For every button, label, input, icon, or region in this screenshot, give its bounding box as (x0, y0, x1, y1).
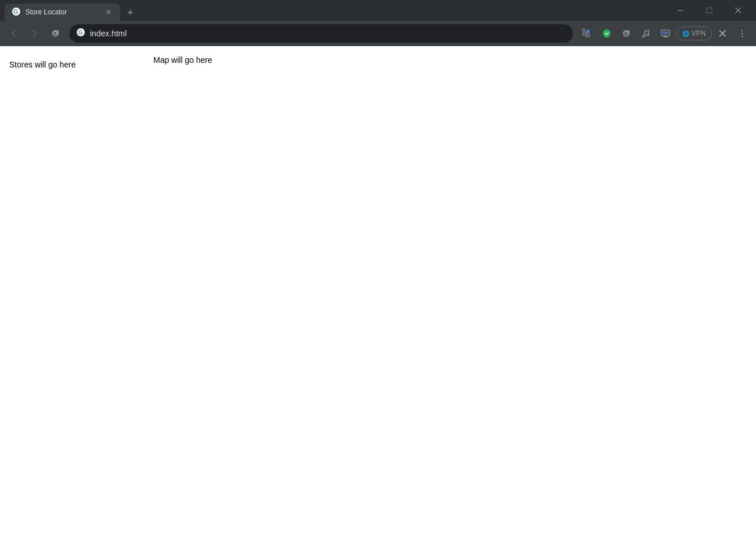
svg-rect-16 (663, 32, 668, 35)
svg-rect-3 (706, 7, 712, 13)
address-url: index.html (90, 29, 566, 38)
stores-placeholder-text: Stores will go here (9, 60, 135, 69)
tab-favicon: G (12, 7, 21, 18)
map-area: Map will go here (144, 46, 756, 538)
svg-rect-9 (586, 30, 589, 33)
address-favicon: G (76, 28, 85, 39)
svg-text:G: G (78, 29, 83, 36)
close-button[interactable] (725, 0, 751, 21)
forward-button[interactable] (25, 24, 44, 43)
back-button[interactable] (5, 24, 23, 43)
reload-button[interactable] (46, 24, 65, 43)
svg-rect-2 (678, 10, 683, 11)
shield-button[interactable] (597, 24, 616, 43)
window-controls (667, 0, 751, 21)
music-button[interactable] (637, 24, 655, 43)
new-tab-button[interactable]: + (122, 5, 138, 21)
svg-text:G: G (13, 8, 18, 15)
vpn-button[interactable]: 🌐 VPN (676, 27, 712, 40)
toolbar: G index.html (0, 21, 756, 46)
svg-point-12 (643, 35, 645, 37)
menu-button[interactable] (733, 24, 751, 43)
browser-window: G Store Locator ✕ + (0, 0, 756, 538)
svg-point-21 (742, 36, 743, 37)
restore-button[interactable] (696, 0, 723, 21)
active-tab[interactable]: G Store Locator ✕ (5, 3, 120, 21)
tab-title: Store Locator (25, 8, 99, 16)
svg-point-19 (742, 30, 743, 31)
vpn-icon: 🌐 (682, 31, 689, 37)
svg-rect-15 (663, 36, 668, 37)
svg-rect-10 (586, 34, 589, 37)
page-content: Stores will go here Map will go here (0, 46, 756, 538)
stores-sidebar: Stores will go here (0, 46, 144, 538)
svg-point-20 (742, 33, 743, 34)
svg-rect-11 (582, 29, 585, 31)
vpn-label: VPN (691, 29, 706, 37)
address-bar[interactable]: G index.html (69, 24, 573, 43)
page-layout: Stores will go here Map will go here (0, 46, 756, 538)
svg-point-13 (647, 33, 649, 36)
title-bar: G Store Locator ✕ + (0, 0, 756, 21)
minimize-button[interactable] (667, 0, 694, 21)
svg-rect-8 (583, 32, 586, 35)
cast-button[interactable] (656, 24, 675, 43)
sync-button[interactable] (617, 24, 635, 43)
tab-strip: G Store Locator ✕ + (5, 0, 665, 21)
toolbar-actions: 🌐 VPN (578, 24, 751, 43)
map-placeholder-text: Map will go here (153, 55, 747, 65)
close-ext-button[interactable] (713, 24, 732, 43)
tab-close-button[interactable]: ✕ (104, 7, 113, 17)
extensions-button[interactable] (578, 24, 596, 43)
